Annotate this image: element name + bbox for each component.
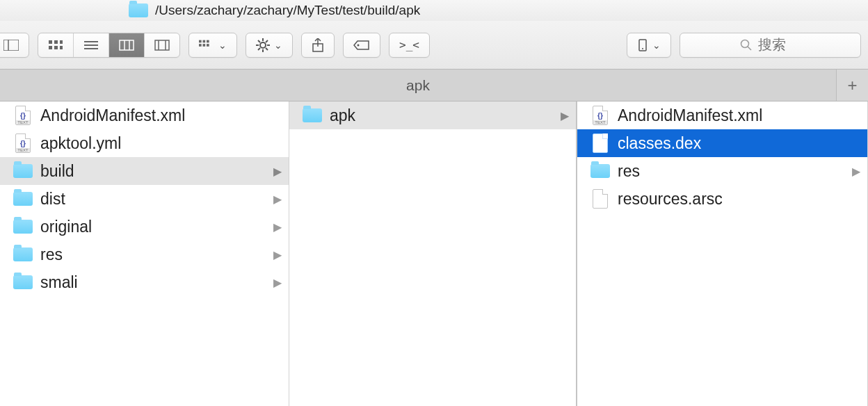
action-button[interactable]: ⌄ xyxy=(246,33,292,57)
search-field[interactable] xyxy=(680,33,861,58)
folder-icon xyxy=(13,220,33,234)
item-label: res xyxy=(618,162,640,181)
svg-rect-14 xyxy=(155,40,169,50)
tag-button[interactable] xyxy=(344,33,380,57)
folder-icon xyxy=(13,192,33,206)
list-item[interactable]: {}AndroidManifest.xml xyxy=(0,102,289,129)
coverflow-view-button[interactable] xyxy=(144,33,179,57)
svg-line-31 xyxy=(266,40,268,42)
svg-line-29 xyxy=(266,48,268,50)
column-3[interactable]: {}AndroidManifest.xmlclasses.dexres▶reso… xyxy=(577,102,868,406)
chevron-right-icon: ▶ xyxy=(561,109,569,122)
list-item[interactable]: res▶ xyxy=(577,157,867,185)
share-icon xyxy=(312,38,324,52)
file-icon xyxy=(593,189,608,209)
search-icon xyxy=(740,39,753,51)
chevron-right-icon: ▶ xyxy=(273,165,282,178)
list-item[interactable]: res▶ xyxy=(0,241,289,268)
search-input[interactable] xyxy=(758,37,800,53)
list-item[interactable]: smali▶ xyxy=(0,268,289,296)
list-item[interactable]: build▶ xyxy=(0,157,289,185)
svg-rect-17 xyxy=(199,40,202,42)
xml-file-icon: {} xyxy=(15,133,31,153)
svg-rect-4 xyxy=(60,40,63,44)
list-item[interactable]: dist▶ xyxy=(0,185,289,213)
share-button[interactable] xyxy=(302,33,334,57)
item-label: original xyxy=(40,218,92,236)
svg-line-28 xyxy=(258,40,260,42)
svg-rect-11 xyxy=(120,40,134,50)
chevron-right-icon: ▶ xyxy=(273,248,282,261)
file-icon xyxy=(593,133,608,153)
terminal-icon: >_< xyxy=(399,38,419,51)
list-view-button[interactable] xyxy=(73,33,108,57)
chevron-down-icon: ⌄ xyxy=(652,40,661,51)
item-label: AndroidManifest.xml xyxy=(618,106,762,125)
gear-icon xyxy=(256,38,270,52)
folder-icon xyxy=(13,247,33,261)
list-item[interactable]: classes.dex xyxy=(577,129,867,157)
svg-rect-2 xyxy=(49,40,52,44)
svg-rect-6 xyxy=(54,46,58,49)
tab-label: apk xyxy=(406,77,430,94)
tab-apk[interactable]: apk xyxy=(0,70,836,101)
column-view-button[interactable] xyxy=(108,33,144,57)
svg-rect-3 xyxy=(54,40,58,44)
svg-rect-0 xyxy=(3,40,19,51)
svg-point-34 xyxy=(357,44,360,46)
svg-rect-19 xyxy=(207,40,209,42)
item-label: classes.dex xyxy=(618,134,701,153)
path-bar: /Users/zachary/zachary/MyTest/test/build… xyxy=(0,0,868,21)
column-view: {}AndroidManifest.xml{}apktool.ymlbuild▶… xyxy=(0,102,868,406)
chevron-down-icon: ⌄ xyxy=(274,40,282,51)
arrange-button[interactable]: ⌄ xyxy=(189,33,236,57)
svg-point-36 xyxy=(642,48,643,49)
svg-point-37 xyxy=(741,40,749,47)
svg-rect-18 xyxy=(203,40,206,42)
chevron-right-icon: ▶ xyxy=(273,276,282,289)
xml-file-icon: {} xyxy=(593,106,608,125)
item-label: AndroidManifest.xml xyxy=(40,106,185,125)
list-item[interactable]: apk▶ xyxy=(289,102,576,129)
tag-icon xyxy=(353,40,370,51)
sidebar-toggle-button[interactable] xyxy=(0,33,29,57)
folder-icon xyxy=(303,108,322,122)
icon-view-button[interactable] xyxy=(38,33,73,57)
svg-rect-20 xyxy=(199,44,202,47)
chevron-right-icon: ▶ xyxy=(852,165,860,178)
item-label: dist xyxy=(40,190,65,209)
chevron-down-icon: ⌄ xyxy=(218,40,227,51)
folder-icon xyxy=(13,275,33,289)
item-label: apk xyxy=(330,106,355,125)
chevron-right-icon: ▶ xyxy=(273,193,282,206)
tab-bar: apk + xyxy=(0,70,868,102)
list-item[interactable]: {}AndroidManifest.xml xyxy=(577,102,867,129)
dropdown-button[interactable]: ⌄ xyxy=(627,33,670,57)
toolbar: ⌄ ⌄ xyxy=(0,21,868,70)
item-label: apktool.yml xyxy=(40,134,121,153)
column-2[interactable]: apk▶ xyxy=(289,102,577,406)
list-item[interactable]: original▶ xyxy=(0,213,289,241)
folder-icon xyxy=(590,164,610,178)
quick-look-button[interactable]: >_< xyxy=(389,33,429,57)
svg-line-30 xyxy=(258,48,260,50)
item-label: resources.arsc xyxy=(618,190,723,209)
list-item[interactable]: {}apktool.yml xyxy=(0,129,289,157)
folder-icon xyxy=(129,3,148,17)
svg-rect-22 xyxy=(207,44,209,47)
item-label: res xyxy=(40,245,63,264)
chevron-right-icon: ▶ xyxy=(273,220,282,234)
svg-point-23 xyxy=(260,42,266,48)
svg-rect-7 xyxy=(60,46,63,49)
item-label: build xyxy=(40,162,74,181)
column-1[interactable]: {}AndroidManifest.xml{}apktool.ymlbuild▶… xyxy=(0,102,289,406)
xml-file-icon: {} xyxy=(15,106,31,125)
path-text: /Users/zachary/zachary/MyTest/test/build… xyxy=(155,3,420,18)
svg-rect-5 xyxy=(49,46,52,49)
view-mode-group xyxy=(38,33,180,58)
list-item[interactable]: resources.arsc xyxy=(577,185,867,213)
item-label: smali xyxy=(40,273,78,292)
device-icon xyxy=(637,39,648,51)
new-tab-button[interactable]: + xyxy=(836,70,868,101)
svg-rect-21 xyxy=(203,44,206,47)
